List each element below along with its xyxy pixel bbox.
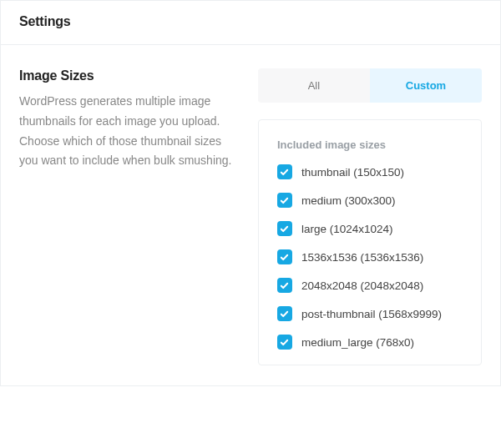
size-row: medium (300x300) xyxy=(277,193,463,208)
section-info: Image Sizes WordPress generates multiple… xyxy=(19,68,241,365)
size-checkbox[interactable] xyxy=(277,306,292,321)
size-label: 2048x2048 (2048x2048) xyxy=(301,279,423,292)
sizes-tabs: All Custom xyxy=(258,68,482,103)
panel-body: Image Sizes WordPress generates multiple… xyxy=(1,45,500,385)
size-label: medium_large (768x0) xyxy=(301,336,414,349)
size-checkbox[interactable] xyxy=(277,335,292,350)
tab-all[interactable]: All xyxy=(258,68,370,103)
size-checkbox[interactable] xyxy=(277,164,292,179)
tab-custom[interactable]: Custom xyxy=(370,68,482,103)
size-checkbox[interactable] xyxy=(277,221,292,236)
sizes-list: thumbnail (150x150)medium (300x300)large… xyxy=(277,164,463,350)
size-checkbox[interactable] xyxy=(277,278,292,293)
panel-header: Settings xyxy=(1,1,500,45)
size-row: thumbnail (150x150) xyxy=(277,164,463,179)
section-controls: All Custom Included image sizes thumbnai… xyxy=(258,68,482,365)
size-row: 1536x1536 (1536x1536) xyxy=(277,249,463,264)
size-label: post-thumbnail (1568x9999) xyxy=(301,308,442,320)
size-label: 1536x1536 (1536x1536) xyxy=(301,251,423,264)
size-row: 2048x2048 (2048x2048) xyxy=(277,278,463,293)
settings-panel: Settings Image Sizes WordPress generates… xyxy=(0,0,501,386)
size-checkbox[interactable] xyxy=(277,249,292,264)
included-sizes-heading: Included image sizes xyxy=(277,138,463,151)
size-label: large (1024x1024) xyxy=(301,223,393,235)
size-row: post-thumbnail (1568x9999) xyxy=(277,306,463,321)
size-label: thumbnail (150x150) xyxy=(301,166,404,179)
size-row: medium_large (768x0) xyxy=(277,335,463,350)
included-sizes-box: Included image sizes thumbnail (150x150)… xyxy=(258,119,482,365)
section-title: Image Sizes xyxy=(19,68,241,83)
size-row: large (1024x1024) xyxy=(277,221,463,236)
size-label: medium (300x300) xyxy=(301,194,396,207)
size-checkbox[interactable] xyxy=(277,193,292,208)
page-title: Settings xyxy=(19,14,482,29)
section-description: WordPress generates multiple image thumb… xyxy=(19,92,241,171)
